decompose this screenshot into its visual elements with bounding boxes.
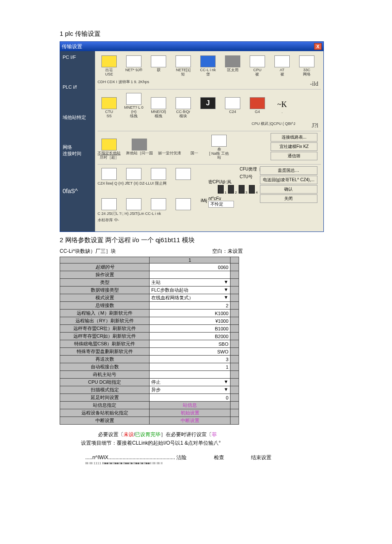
value-cell[interactable]: 3 xyxy=(150,356,231,363)
row1-tag: -ild xyxy=(310,81,318,87)
slot[interactable] xyxy=(98,168,121,180)
cc-link-params-table: 1 起畑的号0060操作设置类型主站数据锂接类型FLC步数自动起动模式设置在线血… xyxy=(60,257,239,425)
row1-sub: CDH CDX I 波特率 1 9. 2Khps xyxy=(98,79,321,85)
section-1-title: 1 plc 传输设置 xyxy=(60,30,332,38)
slot[interactable]: CC-llrQr模块 xyxy=(172,97,195,119)
close-button[interactable]: 关闭 xyxy=(260,194,317,203)
slot[interactable] xyxy=(122,198,145,210)
footer-row: .....n^IWiX.............................… xyxy=(60,454,332,465)
slot[interactable] xyxy=(172,198,195,210)
transfer-settings-window: 传输设置 X PC I/F PLC i/f 域他站特定 网络 连接时间 0faS… xyxy=(60,41,324,232)
param-label: CPU DCi咄指定 xyxy=(60,379,150,386)
slot[interactable]: 33C网络 xyxy=(295,55,318,77)
slot[interactable]: 不指定长他站旦时［超］ xyxy=(98,139,121,160)
col-1-header: 1 xyxy=(150,257,231,263)
slot[interactable] xyxy=(98,198,121,210)
note1: 必要设置〔未设/已设胃完毕］在必要时讲行设宣〔菲 xyxy=(98,431,217,437)
conn-line-list-button[interactable]: 连接线路表... xyxy=(271,133,317,142)
value-cell[interactable]: B2000 xyxy=(150,333,231,340)
slot[interactable]: 舞他站［问一园 xyxy=(122,139,156,160)
table-caption-right: 空白：未设置 xyxy=(212,248,243,255)
check-button[interactable]: 检查 xyxy=(214,454,224,460)
slot[interactable] xyxy=(147,198,170,210)
slot[interactable]: C24 xyxy=(221,97,244,119)
imij-label: iMij xyxy=(201,198,207,210)
value-cell[interactable]: 0 xyxy=(150,394,231,402)
value-cell[interactable]: K1000 xyxy=(150,310,231,317)
slot[interactable]: J xyxy=(196,97,219,119)
slot[interactable]: G4 xyxy=(246,97,269,119)
main-pane: 出荘USE NET* 9J® 获 NETE[1]短 CC-L i nk堡 区太用… xyxy=(95,51,323,231)
close-icon[interactable]: X xyxy=(314,43,322,50)
slot[interactable]: CC-L i nk堡 xyxy=(196,55,219,77)
slot[interactable]: AT被 xyxy=(271,55,294,77)
slot[interactable] xyxy=(172,168,195,180)
slot[interactable] xyxy=(147,168,170,180)
dropdown-cell[interactable]: FLC步数自动起动 xyxy=(150,286,231,294)
fix-kz-button[interactable]: 宜社建楳Fix KZ xyxy=(271,142,317,151)
slot[interactable]: NETE[1]短 xyxy=(172,55,195,77)
dropdown-cell[interactable]: 在线血程网络复式） xyxy=(150,294,231,302)
side-0fas: 0faS^ xyxy=(60,171,95,200)
link-cell[interactable]: 站信息 xyxy=(150,402,231,409)
value-cell[interactable]: 0060 xyxy=(150,263,231,271)
table-caption-left: CC-Li^块数缺）厂三］块 xyxy=(60,248,116,255)
secret-cpu-label: 密CPU诊:凤 xyxy=(208,179,258,185)
slot[interactable]: MNET? L 0 (H)练挽 xyxy=(122,93,145,119)
param-label: 远秤寄存盟CR壮）刷新软元件 xyxy=(60,325,150,333)
link-cell[interactable]: 初始设置 xyxy=(150,409,231,417)
slot[interactable]: 区太用 xyxy=(221,55,244,77)
param-label: 特殊瞎电盟CSB）刷新软元件 xyxy=(60,340,150,348)
param-label: 类型 xyxy=(60,279,150,286)
sidebar: PC I/F PLC i/f 域他站特定 网络 连接时间 0faS^ xyxy=(60,51,95,231)
param-label: 延足时间设置 xyxy=(60,394,150,402)
param-label: 数据锂接类型 xyxy=(60,286,150,294)
value-cell[interactable]: 2 xyxy=(150,302,231,310)
slot[interactable]: 获 xyxy=(147,55,170,77)
slot[interactable] xyxy=(122,168,145,180)
window-titlebar[interactable]: 传输设置 X xyxy=(60,42,323,51)
slot: 国一 xyxy=(183,150,206,160)
value-cell[interactable]: 1 xyxy=(150,363,231,371)
slot[interactable]: 叁[ Na饰 工他站 xyxy=(208,135,231,160)
slot[interactable]: CPU被 xyxy=(246,55,269,77)
dropdown-cell[interactable]: 停止 xyxy=(150,379,231,386)
confirm-button[interactable]: 确认 xyxy=(260,185,317,194)
value-cell[interactable]: SWO xyxy=(150,348,231,356)
slot[interactable]: 出荘USE xyxy=(98,55,121,77)
param-label: 总锂接数 xyxy=(60,302,150,310)
note2: 设置项目细节：覆接着CLLink的起始I/O号以1 &点对单位输八° xyxy=(81,439,221,447)
section-2-title: 2 网络参数设置 两个远程 i/o 一个 qj61bt11 模块 xyxy=(60,236,332,244)
value-cell[interactable]: ¥1000 xyxy=(150,317,231,325)
param-label: 远程设备站初贴化指定 xyxy=(60,409,150,417)
value-cell xyxy=(150,371,231,379)
param-label: 站信息指定 xyxy=(60,402,150,409)
dropdown-cell[interactable]: 主站 xyxy=(150,279,231,286)
pc-if-row: 出荘USE NET* 9J® 获 NETE[1]短 CC-L i nk堡 区太用… xyxy=(98,54,321,90)
end-setting-button[interactable]: 结束设置 xyxy=(251,454,271,460)
param-label: 自动棍接台数 xyxy=(60,363,150,371)
row2-tag: J?l xyxy=(311,122,318,129)
dip-switches[interactable]: 1 2 3 4 xyxy=(217,185,258,194)
slot[interactable]: CTUSS xyxy=(98,97,121,119)
value-cell[interactable]: B1000 xyxy=(150,325,231,333)
link-cell[interactable]: 中断设置 xyxy=(150,417,231,425)
slot[interactable]: MNEi'Ol)模挽 xyxy=(147,97,170,119)
slot[interactable]: NET* 9J® xyxy=(122,55,145,77)
side-other-station: 域他站特定 xyxy=(60,111,95,141)
param-label: 操作设置 xyxy=(60,271,150,279)
slot[interactable]: ~K. xyxy=(271,100,294,119)
other-station-row: 不指定长他站旦时［超］ 舞他站［问一园 丽一堂付凭渣 国一 叁[ Na饰 工他站… xyxy=(98,133,321,165)
param-label: 扫描模式指定 xyxy=(60,386,150,394)
country-total-button[interactable]: 盖蛋国总… xyxy=(260,166,317,175)
network-time-row: CZ4 lisw| Q (H) JfET (II) DZ-LLU! 限止网 CF… xyxy=(98,166,321,227)
value-cell[interactable]: SBO xyxy=(150,340,231,348)
nk-field[interactable]: 不怜定 xyxy=(208,201,234,208)
row4-sub2: C 24 JSt汀L ?:; H) JStT(Lm CC-L i nk xyxy=(98,211,321,217)
value-cell xyxy=(150,271,231,279)
tel-button[interactable]: 电送回(g)凌哥TEL^ CZ4),... xyxy=(260,176,317,184)
comm-filter-button[interactable]: 通信筛 xyxy=(271,152,317,160)
param-label: 特殊寄存盟盘删刷新软元件 xyxy=(60,348,150,356)
footer-tiny: Illi Illi 1111 lll■■Il■Ill■■Il■Ill■■Il■I… xyxy=(85,461,332,465)
dropdown-cell[interactable]: 异步 xyxy=(150,386,231,394)
